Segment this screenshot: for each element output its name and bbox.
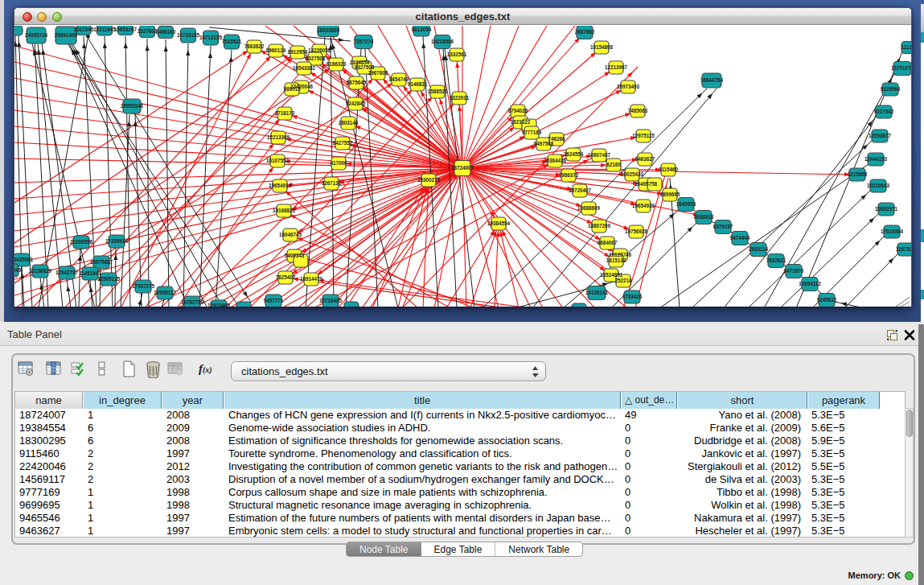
svg-text:7986372: 7986372	[559, 172, 579, 178]
svg-text:20364436: 20364436	[544, 158, 567, 163]
svg-text:15716485: 15716485	[319, 298, 343, 303]
svg-text:1527602: 1527602	[138, 28, 158, 34]
svg-text:62160: 62160	[606, 162, 621, 167]
svg-text:9245612: 9245612	[817, 297, 837, 303]
svg-text:8960124: 8960124	[266, 47, 286, 53]
svg-text:989013: 989013	[283, 86, 301, 92]
svg-text:7625402: 7625402	[276, 274, 296, 280]
svg-text:10154808: 10154808	[590, 44, 614, 50]
svg-text:8322031: 8322031	[450, 95, 470, 101]
svg-text:8427552: 8427552	[333, 140, 353, 146]
svg-text:9327508: 9327508	[355, 64, 375, 70]
svg-text:18807269: 18807269	[588, 223, 611, 229]
svg-text:10211945: 10211945	[93, 27, 116, 32]
svg-text:17359914: 17359914	[105, 238, 129, 244]
svg-text:252214: 252214	[614, 278, 632, 283]
svg-text:13692971: 13692971	[875, 206, 898, 212]
svg-text:16046745: 16046745	[279, 232, 302, 237]
svg-text:12093877: 12093877	[869, 133, 892, 138]
svg-text:10973493: 10973493	[617, 84, 640, 89]
svg-text:9684067: 9684067	[598, 240, 618, 245]
svg-text:9146821: 9146821	[408, 81, 428, 87]
svg-text:12505135: 12505135	[97, 276, 121, 282]
svg-text:9242845: 9242845	[346, 101, 366, 106]
svg-text:16914479: 16914479	[300, 276, 323, 282]
svg-text:15300273: 15300273	[417, 177, 441, 183]
svg-text:9227342: 9227342	[874, 109, 894, 114]
svg-text:20206556: 20206556	[70, 239, 93, 245]
svg-text:8813054: 8813054	[412, 27, 432, 32]
svg-text:2967608: 2967608	[368, 70, 388, 76]
svg-text:2933114: 2933114	[749, 246, 769, 252]
svg-text:19166825: 19166825	[273, 208, 296, 213]
svg-text:6794028: 6794028	[508, 108, 528, 113]
svg-text:12213369: 12213369	[267, 134, 290, 140]
svg-text:6497568: 6497568	[534, 141, 554, 146]
svg-text:13226058: 13226058	[308, 47, 331, 53]
svg-text:3624554: 3624554	[564, 151, 584, 157]
svg-text:1167533: 1167533	[896, 246, 911, 252]
svg-text:16782759: 16782759	[181, 299, 204, 305]
svg-text:5409343: 5409343	[285, 253, 305, 258]
svg-text:7485063: 7485063	[628, 108, 648, 113]
svg-text:1621022: 1621022	[511, 119, 531, 125]
svg-text:16107552: 16107552	[266, 158, 290, 163]
svg-text:29053346: 29053346	[121, 103, 144, 109]
svg-text:12444153: 12444153	[864, 156, 888, 162]
svg-text:1021945: 1021945	[74, 27, 94, 32]
svg-text:8454749: 8454749	[389, 76, 409, 82]
svg-text:9329966: 9329966	[881, 86, 901, 92]
svg-text:7357274: 7357274	[354, 39, 374, 44]
svg-text:12942737: 12942737	[55, 270, 79, 275]
svg-text:5875645: 5875645	[347, 80, 367, 85]
svg-text:3215958: 3215958	[848, 171, 868, 177]
svg-text:7515521: 7515521	[222, 39, 242, 44]
svg-text:15720407: 15720407	[569, 187, 592, 193]
svg-text:9115460: 9115460	[659, 167, 679, 172]
svg-text:3267130: 3267130	[322, 180, 342, 186]
svg-text:1588520: 1588520	[428, 89, 448, 94]
svg-text:9327503: 9327503	[306, 56, 326, 61]
svg-text:11451941: 11451941	[79, 270, 101, 276]
svg-text:8471676: 8471676	[784, 268, 804, 274]
svg-text:6466160: 6466160	[156, 29, 176, 35]
svg-text:24055724: 24055724	[25, 32, 48, 38]
svg-text:9457771: 9457771	[264, 298, 284, 303]
svg-text:8938918: 8938918	[694, 214, 714, 220]
svg-text:16495758: 16495758	[634, 181, 658, 187]
svg-text:7663822: 7663822	[244, 43, 265, 49]
svg-text:18724007: 18724007	[451, 165, 474, 171]
svg-text:1615132: 1615132	[606, 257, 626, 263]
svg-text:9777169: 9777169	[522, 130, 542, 135]
svg-text:6899695: 6899695	[660, 192, 680, 197]
svg-text:12213967: 12213967	[605, 64, 628, 70]
svg-text:16543382: 16543382	[293, 65, 316, 71]
svg-text:19384554: 19384554	[487, 220, 511, 226]
svg-text:16713155: 16713155	[199, 35, 223, 40]
svg-text:14435061: 14435061	[14, 257, 33, 262]
svg-text:8912954: 8912954	[288, 49, 308, 55]
svg-text:10688609: 10688609	[577, 205, 601, 211]
svg-text:17016504: 17016504	[881, 229, 904, 234]
svg-text:6379197: 6379197	[713, 224, 733, 229]
svg-text:7632621: 7632621	[766, 257, 786, 263]
svg-text:3915549: 3915549	[14, 267, 22, 273]
svg-text:19756928: 19756928	[625, 229, 648, 234]
svg-text:20691406: 20691406	[55, 32, 78, 38]
svg-text:16033809: 16033809	[317, 27, 340, 33]
svg-text:16644784: 16644784	[700, 77, 724, 83]
svg-text:19654913: 19654913	[269, 183, 292, 188]
svg-text:12975115: 12975115	[632, 133, 655, 138]
svg-text:9463627: 9463627	[635, 156, 655, 162]
svg-text:2803144: 2803144	[339, 120, 359, 126]
svg-text:10719185: 10719185	[177, 32, 200, 38]
svg-text:16120746: 16120746	[609, 252, 632, 257]
svg-text:10210643: 10210643	[867, 183, 890, 188]
svg-text:417006: 417006	[330, 160, 347, 166]
svg-text:17957275: 17957275	[132, 283, 155, 289]
svg-text:2718170: 2718170	[275, 110, 295, 116]
svg-text:1332561: 1332561	[447, 51, 467, 57]
svg-text:10807487: 10807487	[588, 152, 611, 158]
svg-text:1640953: 1640953	[676, 201, 696, 207]
svg-text:13524851: 13524851	[600, 272, 623, 278]
